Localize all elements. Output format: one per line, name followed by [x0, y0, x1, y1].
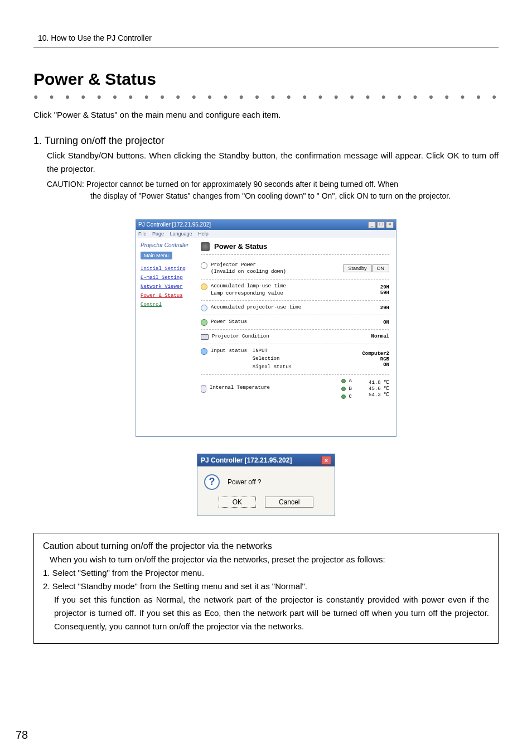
running-header: 10. How to Use the PJ Controller	[33, 33, 499, 42]
row-projector-power: Projector Power (Invalid on cooling down…	[201, 258, 389, 280]
thermometer-icon	[201, 385, 206, 393]
main-menu-button[interactable]: Main Menu	[141, 252, 172, 259]
question-icon: ?	[204, 474, 220, 490]
intro-text: Click "Power & Status" on the main menu …	[33, 110, 499, 119]
dialog-title: PJ Controller [172.21.95.202]	[201, 456, 292, 464]
nav-network-viewer[interactable]: Network Viewer	[141, 284, 192, 290]
brand-label: Projector Controller	[141, 242, 192, 248]
window-title: PJ Controller [172.21.95.202]	[138, 221, 211, 228]
minimize-button[interactable]: _	[368, 221, 376, 228]
power-small-icon	[201, 262, 207, 269]
row-projector-condition: Projector Condition Normal	[201, 330, 389, 344]
temp-dot-b-icon	[341, 387, 346, 391]
content-heading-row: Power & Status	[201, 242, 389, 255]
row-projector-time: Accumulated projector-use time 29H	[201, 301, 389, 315]
menu-help[interactable]: Help	[198, 231, 209, 237]
label-invalid-cooling: (Invalid on cooling down)	[211, 268, 286, 276]
bulb-icon	[201, 283, 207, 290]
monitor-icon	[201, 334, 209, 340]
label-internal-temperature: Internal Temperature	[210, 384, 270, 392]
label-projector-condition: Projector Condition	[212, 333, 269, 340]
pj-controller-window: PJ Controller [172.21.95.202] _ □ × File…	[136, 219, 396, 437]
input-icon	[201, 348, 207, 355]
nav-email-setting[interactable]: E-mail Setting	[141, 275, 192, 281]
close-button[interactable]: ×	[386, 221, 394, 228]
dialog-titlebar: PJ Controller [172.21.95.202] ×	[197, 454, 335, 466]
maximize-button[interactable]: □	[377, 221, 385, 228]
value-temp-a: 41.8 ℃	[369, 379, 389, 386]
section-body: Click Standby/ON buttons. When clicking …	[33, 149, 499, 176]
power-icon	[201, 242, 210, 251]
value-power-status: ON	[383, 320, 389, 325]
caution-item-2: 2. Select "Standby mode" from the Settin…	[43, 580, 489, 593]
value-projector-use-time: 29H	[380, 305, 389, 311]
caution-item-1: 1. Select "Setting" from the Projector m…	[43, 566, 489, 580]
value-input: Computer2	[362, 351, 389, 357]
caution-text: CAUTION: Projector cannot be turned on f…	[33, 178, 499, 203]
sidebar: Projector Controller Main Menu Initial S…	[136, 238, 196, 436]
menu-file[interactable]: File	[138, 231, 147, 237]
dialog-close-button[interactable]: ×	[321, 456, 331, 465]
row-power-status: Power Status ON	[201, 315, 389, 330]
dialog-ok-button[interactable]: OK	[219, 497, 256, 508]
label-power-status: Power Status	[211, 319, 247, 326]
temp-dot-a-icon	[341, 379, 346, 383]
nav-control[interactable]: Control	[141, 302, 192, 307]
label-input: INPUT	[253, 348, 292, 355]
caution-rest: the display of "Power Status" changes fr…	[47, 190, 499, 202]
nav-power-status[interactable]: Power & Status	[141, 293, 192, 298]
nav-initial-setting[interactable]: Initial Setting	[141, 266, 192, 272]
menu-page[interactable]: Page	[152, 231, 164, 237]
window-buttons: _ □ ×	[368, 221, 394, 228]
page-number: 78	[16, 729, 28, 741]
label-lamp-use-time: Accumulated lamp-use time	[211, 283, 286, 290]
label-selection: Selection	[253, 355, 292, 363]
label-temp-c: C	[349, 394, 352, 399]
row-internal-temperature: Internal Temperature A B C 41.8 ℃ 45.6 ℃…	[201, 375, 389, 403]
section-heading: 1. Turning on/off the projector	[33, 135, 499, 147]
value-lamp-time: 29H	[380, 285, 389, 290]
dialog-cancel-button[interactable]: Cancel	[265, 497, 313, 508]
on-button[interactable]: ON	[372, 264, 390, 272]
dotted-rule: ● ● ● ● ● ● ● ● ● ● ● ● ● ● ● ● ● ● ● ● …	[33, 92, 507, 101]
value-selection: RGB	[380, 357, 389, 362]
value-temp-b: 45.6 ℃	[369, 386, 389, 392]
header-rule	[33, 47, 499, 47]
temp-dot-c-icon	[341, 394, 346, 399]
row-input-status: Input status INPUT Selection Signal Stat…	[201, 344, 389, 375]
label-temp-b: B	[349, 386, 352, 392]
content-title: Power & Status	[214, 242, 267, 251]
menubar: File Page Language Help	[136, 230, 396, 238]
poweroff-dialog: PJ Controller [172.21.95.202] × ? Power …	[197, 454, 335, 516]
label-signal-status: Signal Status	[253, 364, 292, 371]
caution-box: Caution about turning on/off the project…	[33, 533, 499, 644]
caution-item-2-body: If you set this function as Normal, the …	[43, 593, 489, 633]
clock-icon	[201, 305, 207, 311]
window-titlebar: PJ Controller [172.21.95.202] _ □ ×	[136, 220, 396, 230]
label-input-status: Input status	[211, 348, 247, 355]
value-lamp-corresponding: 59H	[380, 290, 389, 296]
caution-heading: Caution about turning on/off the project…	[43, 541, 489, 551]
label-projector-power: Projector Power	[211, 262, 286, 269]
caution-lead: CAUTION: Projector cannot be turned on f…	[47, 180, 398, 189]
caution-lead: When you wish to turn on/off the project…	[50, 555, 489, 564]
page-title: Power & Status	[33, 70, 499, 89]
value-temp-c: 54.3 ℃	[369, 392, 389, 398]
menu-language[interactable]: Language	[170, 231, 192, 237]
dialog-message: Power off ?	[228, 478, 261, 486]
status-dot-icon	[201, 319, 207, 326]
standby-button[interactable]: Standby	[343, 264, 371, 272]
value-projector-condition: Normal	[371, 334, 389, 339]
content-panel: Power & Status Projector Power (Invalid …	[196, 238, 396, 436]
label-temp-a: A	[349, 378, 352, 384]
label-projector-use-time: Accumulated projector-use time	[211, 304, 301, 311]
row-lamp-time: Accumulated lamp-use time Lamp correspon…	[201, 280, 389, 301]
label-lamp-corresponding: Lamp corresponding value	[211, 290, 286, 297]
value-signal-status: ON	[383, 362, 389, 368]
